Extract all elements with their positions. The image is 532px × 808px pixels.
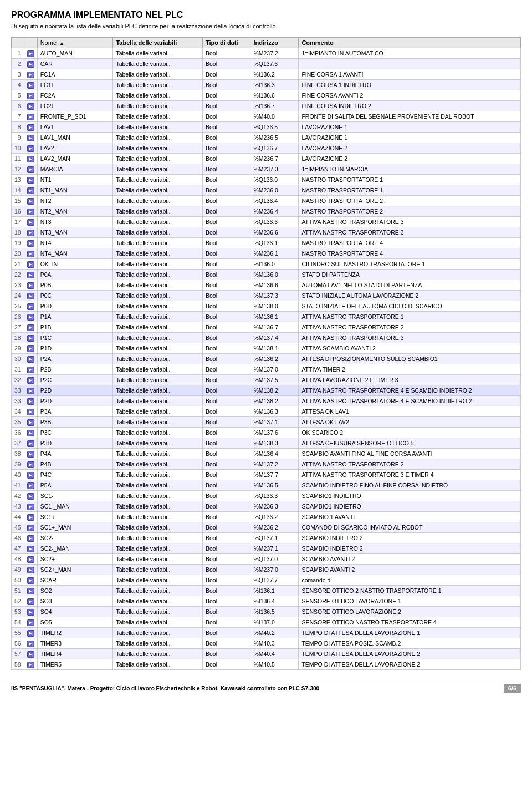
row-type: Bool: [203, 133, 250, 143]
row-number: 18: [12, 227, 24, 238]
table-row: 1 ▶| AUTO_MAN Tabella delle variabi.. Bo…: [12, 48, 521, 59]
row-number: 36: [12, 428, 24, 438]
plc-icon: ▶|: [27, 567, 34, 573]
row-number: 49: [12, 565, 24, 575]
row-table: Tabella delle variabi..: [113, 607, 203, 617]
row-number: 11: [12, 154, 24, 164]
row-comment: ATTIVA NASTRO TRASPORTATORE 4 E SCAMBIO …: [299, 385, 521, 396]
row-address: %Q136.7: [250, 143, 299, 154]
row-table: Tabella delle variabi..: [113, 512, 203, 522]
plc-icon: ▶|: [27, 588, 34, 594]
row-table: Tabella delle variabi..: [113, 438, 203, 449]
row-comment: ATTIVA NASTRO TRASPORTATORE 4 E SCAMBIO …: [299, 396, 521, 406]
row-icon-cell: ▶|: [24, 69, 37, 80]
row-number: 6: [12, 101, 24, 111]
row-comment: NASTRO TRASPORTATORE 4: [299, 248, 521, 259]
plc-icon: ▶|: [27, 209, 34, 215]
row-icon-cell: ▶|: [24, 164, 37, 175]
row-icon-cell: ▶|: [24, 122, 37, 133]
sort-icon: ▲: [59, 40, 64, 46]
row-type: Bool: [203, 586, 250, 596]
row-address: %M138.0: [250, 301, 299, 312]
row-comment: AUTOMA LAV1 NELLO STATO DI PARTENZA: [299, 280, 521, 291]
table-row: 48 ▶| SC2+ Tabella delle variabi.. Bool …: [12, 554, 521, 565]
row-icon-cell: ▶|: [24, 565, 37, 575]
row-address: %M40.4: [250, 649, 299, 659]
table-header-row: Nome ▲ Tabella delle variabili Tipo di d…: [12, 38, 521, 48]
row-name: AUTO_MAN: [37, 48, 113, 59]
plc-icon: ▶|: [27, 135, 34, 141]
table-row: 52 ▶| SO3 Tabella delle variabi.. Bool %…: [12, 596, 521, 607]
row-number: 27: [12, 322, 24, 333]
row-name: FC1I: [37, 80, 113, 90]
col-name[interactable]: Nome ▲: [37, 38, 113, 48]
row-table: Tabella delle variabi..: [113, 48, 203, 59]
row-comment: 1=IMPIANTO IN MARCIA: [299, 164, 521, 175]
table-row: 54 ▶| SO5 Tabella delle variabi.. Bool %…: [12, 617, 521, 628]
table-row: 44 ▶| SC1+ Tabella delle variabi.. Bool …: [12, 512, 521, 522]
row-number: 47: [12, 543, 24, 554]
plc-icon: ▶|: [27, 187, 34, 194]
row-table: Tabella delle variabi..: [113, 449, 203, 459]
plc-icon: ▶|: [27, 156, 34, 162]
row-name: LAV1: [37, 122, 113, 133]
row-icon-cell: ▶|: [24, 533, 37, 543]
plc-icon: ▶|: [27, 251, 34, 257]
row-icon-cell: ▶|: [24, 206, 37, 217]
plc-icon: ▶|: [27, 367, 34, 373]
plc-icon: ▶|: [27, 303, 34, 310]
row-name: TIMER4: [37, 649, 113, 659]
row-type: Bool: [203, 554, 250, 565]
row-icon-cell: ▶|: [24, 385, 37, 396]
row-number: 54: [12, 617, 24, 628]
plc-icon: ▶|: [27, 145, 34, 152]
table-row: 27 ▶| P1B Tabella delle variabi.. Bool %…: [12, 322, 521, 333]
row-comment: FINE CORSA AVANTI 2: [299, 90, 521, 101]
row-type: Bool: [203, 543, 250, 554]
row-comment: comando di: [299, 575, 521, 586]
row-type: Bool: [203, 512, 250, 522]
row-table: Tabella delle variabi..: [113, 217, 203, 227]
table-row: 22 ▶| P0A Tabella delle variabi.. Bool %…: [12, 270, 521, 280]
row-type: Bool: [203, 291, 250, 301]
row-comment: ATTIVA NASTRO TRASPORTATORE 2: [299, 322, 521, 333]
row-icon-cell: ▶|: [24, 406, 37, 417]
row-address: %M137.3: [250, 291, 299, 301]
row-comment: ATTIVA NASTRO TRASPORTATORE 3: [299, 217, 521, 227]
row-name: P2C: [37, 375, 113, 385]
table-row: 11 ▶| LAV2_MAN Tabella delle variabi.. B…: [12, 154, 521, 164]
row-name: FRONTE_P_SO1: [37, 111, 113, 122]
plc-icon: ▶|: [27, 662, 34, 668]
table-row: 12 ▶| MARCIA Tabella delle variabi.. Boo…: [12, 164, 521, 175]
row-table: Tabella delle variabi..: [113, 259, 203, 270]
row-number: 24: [12, 291, 24, 301]
row-number: 58: [12, 659, 24, 670]
table-container: Nome ▲ Tabella delle variabili Tipo di d…: [0, 34, 532, 675]
plc-icon: ▶|: [27, 124, 34, 131]
row-icon-cell: ▶|: [24, 301, 37, 312]
row-icon-cell: ▶|: [24, 628, 37, 638]
row-comment: LAVORAZIONE 2: [299, 154, 521, 164]
plc-icon: ▶|: [27, 525, 34, 531]
row-comment: FRONTE DI SALITA DEL SEGNALE PROVENIENTE…: [299, 111, 521, 122]
plc-icon: ▶|: [27, 314, 34, 321]
row-icon-cell: ▶|: [24, 238, 37, 248]
row-icon-cell: ▶|: [24, 638, 37, 649]
row-table: Tabella delle variabi..: [113, 301, 203, 312]
page-description: Di seguito è riportata la lista delle va…: [11, 22, 521, 31]
row-icon-cell: ▶|: [24, 133, 37, 143]
row-number: 21: [12, 259, 24, 270]
row-icon-cell: ▶|: [24, 543, 37, 554]
table-row: 51 ▶| SO2 Tabella delle variabi.. Bool %…: [12, 586, 521, 596]
row-address: %M236.0: [250, 185, 299, 196]
col-num: [12, 38, 24, 48]
row-type: Bool: [203, 638, 250, 649]
row-type: Bool: [203, 248, 250, 259]
row-address: %Q136.4: [250, 196, 299, 206]
row-address: %Q136.3: [250, 491, 299, 501]
row-number: 13: [12, 175, 24, 185]
row-comment: SCAMBIO 1 AVANTI: [299, 512, 521, 522]
table-row: 56 ▶| TIMER3 Tabella delle variabi.. Boo…: [12, 638, 521, 649]
row-number: 15: [12, 196, 24, 206]
row-table: Tabella delle variabi..: [113, 543, 203, 554]
